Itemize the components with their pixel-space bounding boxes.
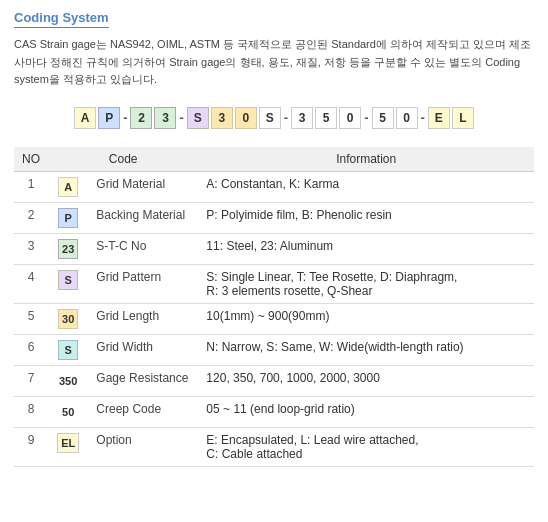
diagram-code-box: 5 <box>315 107 337 129</box>
table-row: 9ELOptionE: Encapsulated, L: Lead wire a… <box>14 427 534 466</box>
table-row: 323S-T-C No11: Steel, 23: Aluminum <box>14 233 534 264</box>
row-badge: 350 <box>48 365 88 396</box>
diagram-code-box: 0 <box>339 107 361 129</box>
row-info: 05 ~ 11 (end loop-grid ratio) <box>198 396 534 427</box>
row-badge: S <box>48 334 88 365</box>
row-number: 5 <box>14 303 48 334</box>
row-number: 7 <box>14 365 48 396</box>
col-code: Code <box>48 147 198 172</box>
diagram-code-box: P <box>98 107 120 129</box>
table-row: 6SGrid WidthN: Narrow, S: Same, W: Wide(… <box>14 334 534 365</box>
description-text: CAS Strain gage는 NAS942, OIML, ASTM 등 국제… <box>14 36 534 89</box>
row-number: 6 <box>14 334 48 365</box>
row-badge: S <box>48 264 88 303</box>
row-info: 11: Steel, 23: Aluminum <box>198 233 534 264</box>
row-info: N: Narrow, S: Same, W: Wide(width-length… <box>198 334 534 365</box>
row-badge: P <box>48 202 88 233</box>
diagram-code-box: L <box>452 107 474 129</box>
col-info: Information <box>198 147 534 172</box>
row-code-name: Gage Resistance <box>88 365 198 396</box>
diagram-code-box: A <box>74 107 96 129</box>
row-info: 10(1mm) ~ 900(90mm) <box>198 303 534 334</box>
coding-diagram: AP-23-S30S-350-50-EL <box>14 107 534 129</box>
col-no: NO <box>14 147 48 172</box>
table-row: 7350Gage Resistance120, 350, 700, 1000, … <box>14 365 534 396</box>
row-number: 1 <box>14 171 48 202</box>
row-badge: A <box>48 171 88 202</box>
row-number: 2 <box>14 202 48 233</box>
diagram-separator: - <box>284 110 288 125</box>
row-badge: 30 <box>48 303 88 334</box>
diagram-code-box: 0 <box>396 107 418 129</box>
diagram-code-box: 0 <box>235 107 257 129</box>
row-code-name: Grid Width <box>88 334 198 365</box>
diagram-code-box: 3 <box>211 107 233 129</box>
diagram-separator: - <box>364 110 368 125</box>
diagram-code-box: S <box>187 107 209 129</box>
diagram-code-box: S <box>259 107 281 129</box>
row-badge: 50 <box>48 396 88 427</box>
row-number: 8 <box>14 396 48 427</box>
diagram-code-box: 5 <box>372 107 394 129</box>
row-info: A: Constantan, K: Karma <box>198 171 534 202</box>
row-code-name: Grid Pattern <box>88 264 198 303</box>
page-title: Coding System <box>14 10 109 28</box>
row-info: S: Single Linear, T: Tee Rosette, D: Dia… <box>198 264 534 303</box>
diagram-separator: - <box>179 110 183 125</box>
row-code-name: Grid Material <box>88 171 198 202</box>
row-code-name: S-T-C No <box>88 233 198 264</box>
row-number: 4 <box>14 264 48 303</box>
diagram-separator: - <box>123 110 127 125</box>
table-row: 530Grid Length10(1mm) ~ 900(90mm) <box>14 303 534 334</box>
table-row: 850Creep Code05 ~ 11 (end loop-grid rati… <box>14 396 534 427</box>
row-badge: EL <box>48 427 88 466</box>
row-info: P: Polyimide film, B: Phenolic resin <box>198 202 534 233</box>
diagram-code-box: E <box>428 107 450 129</box>
table-row: 4SGrid PatternS: Single Linear, T: Tee R… <box>14 264 534 303</box>
row-info: 120, 350, 700, 1000, 2000, 3000 <box>198 365 534 396</box>
diagram-code-box: 3 <box>154 107 176 129</box>
row-code-name: Creep Code <box>88 396 198 427</box>
row-info: E: Encapsulated, L: Lead wire attached,C… <box>198 427 534 466</box>
table-row: 1AGrid MaterialA: Constantan, K: Karma <box>14 171 534 202</box>
diagram-code-box: 3 <box>291 107 313 129</box>
diagram-code-box: 2 <box>130 107 152 129</box>
table-row: 2PBacking MaterialP: Polyimide film, B: … <box>14 202 534 233</box>
coding-table: NO Code Information 1AGrid MaterialA: Co… <box>14 147 534 467</box>
row-badge: 23 <box>48 233 88 264</box>
row-number: 9 <box>14 427 48 466</box>
row-code-name: Option <box>88 427 198 466</box>
diagram-separator: - <box>421 110 425 125</box>
row-code-name: Backing Material <box>88 202 198 233</box>
row-number: 3 <box>14 233 48 264</box>
row-code-name: Grid Length <box>88 303 198 334</box>
